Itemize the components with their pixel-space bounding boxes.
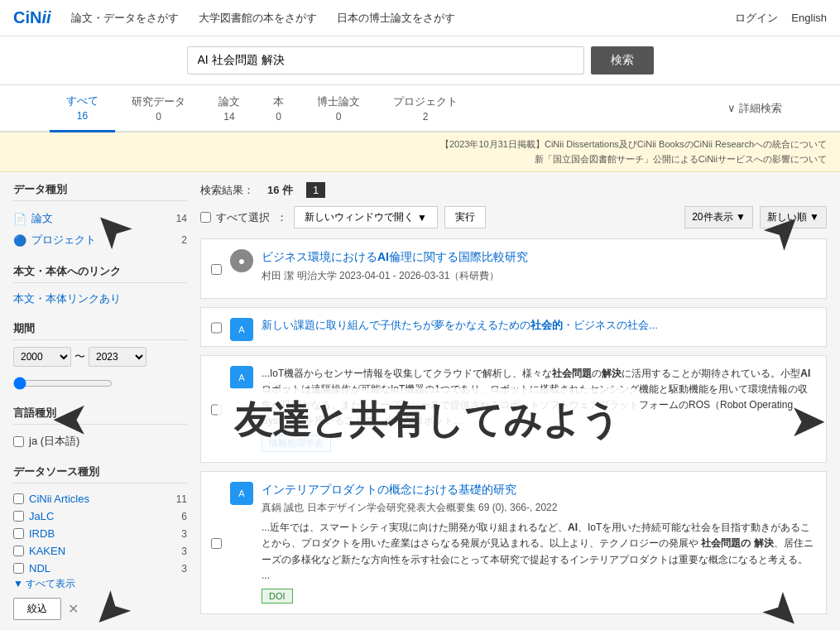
narrow-button[interactable]: 絞込 [13,598,61,620]
tab-projects[interactable]: プロジェクト 2 [377,86,474,131]
tab-research-data-count: 0 [156,111,161,123]
tab-all-label: すべて [66,94,98,108]
result-3-icon: A [230,366,253,389]
filter-article-label: 論文 [31,211,53,226]
result-4-badge[interactable]: DOI [262,589,293,604]
datasource-kaken: KAKEN 3 [13,542,187,560]
result-4-kw3: 解決 [754,537,774,549]
tab-books-label: 本 [273,94,284,109]
datasource-cinii-count: 11 [176,493,187,505]
datasource-ndl-cb[interactable] [13,563,24,574]
main-nav: 論文・データをさがす 大学図書館の本をさがす 日本の博士論文をさがす [71,11,736,26]
result-2-title[interactable]: 新しい課題に取り組んで子供たちが夢をかなえるための社会的・ビジネスの社会... [262,318,816,333]
result-item-3: A ...IoT機器からセンサー情報を収集してクラウドで解析し、様々な社会問題の… [200,355,827,463]
datasource-cinii-label[interactable]: CiNii Articles [13,493,89,505]
per-page-label: 20件表示 [692,211,732,223]
lang-ja-checkbox[interactable] [13,436,24,447]
filter-language-title: 言語種別 [13,406,187,425]
select-all-container: すべて選択 [200,210,270,225]
result-3-keyword1: 社会問題 [552,368,592,379]
result-4-icon: A [230,482,253,505]
period-slider[interactable] [13,377,113,390]
tab-all[interactable]: すべて 16 [50,85,115,132]
sort-select[interactable]: 新しい順 ▼ [760,206,827,228]
filter-project-link[interactable]: 🔵 プロジェクト [13,233,96,248]
result-3-keyword4: AI [404,415,414,426]
fulltext-link[interactable]: 本文・本体リンクあり [13,290,187,308]
datasource-jalc-label[interactable]: JaLC [13,510,54,522]
tab-projects-count: 2 [423,111,429,123]
datasource-irdb-cb[interactable] [13,528,24,539]
datasource-kaken-label[interactable]: KAKEN [13,545,65,557]
chevron-down-icon: ▼ [417,212,427,224]
result-4-content: インテリアプロダクトの概念における基礎的研究 真鍋 誠也 日本デザイン学会研究発… [262,482,816,604]
clear-button[interactable]: ✕ [68,601,79,617]
datasource-irdb-label[interactable]: IRDB [13,527,55,540]
tab-theses[interactable]: 博士論文 0 [300,86,377,131]
filter-item-project: 🔵 プロジェクト 2 [13,229,187,251]
language-link[interactable]: English [791,12,827,24]
execute-button[interactable]: 実行 [444,206,486,228]
select-all-checkbox[interactable] [200,212,211,223]
header-right: ログイン English [735,11,827,26]
result-4-meta: 真鍋 誠也 日本デザイン学会研究発表大会概要集 69 (0), 366-, 20… [262,501,816,515]
header: CiNii 論文・データをさがす 大学図書館の本をさがす 日本の博士論文をさがす… [0,0,840,36]
result-2-checkbox[interactable] [211,320,222,336]
tab-projects-label: プロジェクト [393,94,458,109]
result-3-abstract: ...IoT機器からセンサー情報を収集してクラウドで解析し、様々な社会問題の解決… [262,366,816,430]
tab-books-count: 0 [276,111,281,123]
period-to-select[interactable]: 2023 [89,347,146,367]
advanced-search-toggle[interactable]: ∨ 詳細検索 [719,93,790,124]
toolbar-right: 20件表示 ▼ 新しい順 ▼ [684,206,827,228]
filter-article-link[interactable]: 📄 論文 [13,211,53,226]
filter-project-label: プロジェクト [31,233,96,248]
per-page-select[interactable]: 20件表示 ▼ [684,206,753,228]
tab-books[interactable]: 本 0 [257,86,300,131]
show-all-datasources[interactable]: ▼ すべて表示 [13,577,187,591]
tab-articles-count: 14 [223,111,234,123]
datasource-cinii-cb[interactable] [13,493,24,504]
sort-label: 新しい順 [767,211,807,223]
notice-line1: 【2023年10月31日掲載】CiNii Dissertations及びCiNi… [13,137,827,152]
nav-books[interactable]: 大学図書館の本をさがす [199,11,317,26]
main-content: データ種別 📄 論文 14 🔵 プロジェクト 2 本文・本体へのリンク 本文・本… [0,172,840,630]
search-bar: 検索 [0,36,840,85]
filter-period-title: 期間 [13,321,187,340]
result-3-badge[interactable]: 情報処理学会 [262,435,331,452]
notice-bar: 【2023年10月31日掲載】CiNii Dissertations及びCiNi… [0,132,840,172]
sort-arrow: ▼ [809,211,819,223]
datasource-irdb-count: 3 [181,528,187,540]
tab-articles[interactable]: 論文 14 [202,86,257,131]
datasource-ndl-label[interactable]: NDL [13,562,50,575]
login-link[interactable]: ログイン [735,11,778,26]
datasource-kaken-cb[interactable] [13,546,24,556]
open-in-new-button[interactable]: 新しいウィンドウで開く ▼ [294,206,438,228]
datasource-ndl-count: 3 [181,563,187,575]
result-item-2: A 新しい課題に取り組んで子供たちが夢をかなえるための社会的・ビジネスの社会..… [200,307,827,347]
result-3-checkbox[interactable] [211,368,222,452]
results-panel: 検索結果： 16 件 1 すべて選択 ： 新しいウィンドウで開く ▼ 実行 20… [200,182,827,630]
datasource-cinii: CiNii Articles 11 [13,490,187,507]
nav-articles[interactable]: 論文・データをさがす [71,11,179,26]
period-from-select[interactable]: 2000 [13,347,71,367]
result-1-title[interactable]: ビジネス環境におけるAI倫理に関する国際比較研究 [262,249,816,266]
filter-fulltext: 本文・本体へのリンク 本文・本体リンクあり [13,264,187,308]
filter-data-type: データ種別 📄 論文 14 🔵 プロジェクト 2 [13,182,187,251]
result-1-checkbox[interactable] [211,251,222,288]
search-input[interactable] [187,46,584,75]
per-page-arrow: ▼ [736,211,746,223]
filter-article-count: 14 [176,213,187,224]
lang-ja-item: ja (日本語) [13,431,187,451]
result-4-checkbox[interactable] [211,483,222,604]
nav-theses[interactable]: 日本の博士論文をさがす [337,11,455,26]
filter-data-type-title: データ種別 [13,182,187,201]
datasource-jalc-cb[interactable] [13,511,24,522]
tab-research-data[interactable]: 研究データ 0 [115,86,202,131]
logo[interactable]: CiNii [13,8,51,27]
result-4-kw1: AI [568,522,578,533]
filter-item-article: 📄 論文 14 [13,208,187,229]
result-4-title[interactable]: インテリアプロダクトの概念における基礎的研究 [262,482,816,498]
results-label: 検索結果： [200,183,254,198]
search-button[interactable]: 検索 [591,46,654,75]
filter-datasource-title: データソース種別 [13,464,187,483]
